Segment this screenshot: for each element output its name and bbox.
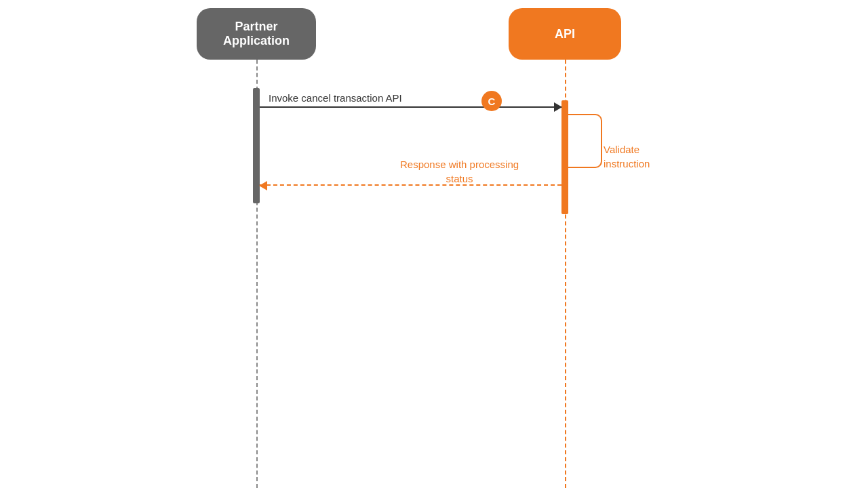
self-loop-api [568,114,602,168]
actor-partner: Partner Application [197,8,316,60]
label-response: Response with processing status [400,157,519,186]
actor-api-label: API [555,27,575,41]
label-invoke: Invoke cancel transaction API [269,92,402,104]
actor-partner-label: Partner Application [223,20,290,48]
actor-api: API [509,8,621,60]
label-validate: Validate instruction [604,142,650,171]
arrow-invoke [260,106,561,108]
badge-c: C [481,91,502,111]
activation-bar-api [561,100,568,214]
sequence-diagram: Partner Application API C Invoke cancel … [0,0,868,488]
